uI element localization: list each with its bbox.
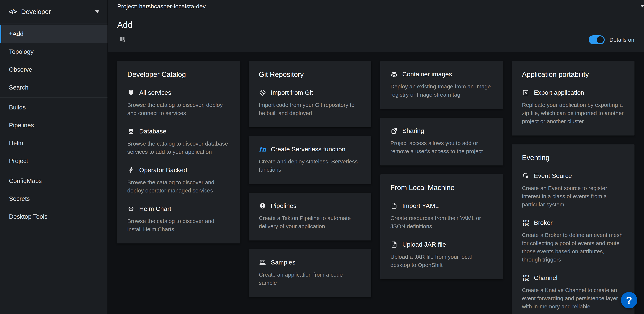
add-card: From Local MachineImport YAMLCreate reso…: [380, 174, 503, 279]
catalog-item[interactable]: Import from GitImport code from your Git…: [259, 89, 361, 117]
sidebar-item-search[interactable]: Search: [0, 78, 108, 96]
catalog-item[interactable]: Upload JAR fileUpload a JAR file from yo…: [390, 241, 493, 269]
catalog-item[interactable]: 10101101BrokerCreate a Broker to define …: [522, 219, 624, 264]
sidebar-item-builds[interactable]: Builds: [0, 98, 108, 116]
catalog-item-description: Import code from your Git repository to …: [259, 101, 361, 117]
catalog-item[interactable]: Export applicationReplicate your applica…: [522, 89, 624, 125]
add-card: PipelinesCreate a Tekton Pipeline to aut…: [249, 193, 372, 241]
catalog-item-label: All services: [139, 89, 171, 96]
quick-starts-link[interactable]: [117, 34, 634, 45]
catalog-item-description: Project access allows you to add or remo…: [390, 139, 493, 155]
catalog-item-header: Import YAML: [390, 202, 493, 210]
sidebar-item-secrets[interactable]: Secrets: [0, 190, 108, 208]
tekton-icon: [259, 202, 266, 210]
event-source-icon: [522, 172, 530, 180]
catalog-item-header: Upload JAR file: [390, 241, 493, 248]
catalog-item[interactable]: 10101101ChannelCreate a Knative Channel …: [522, 274, 624, 311]
catalog-item-header: Event Source: [522, 172, 624, 180]
add-page-content: Developer CatalogAll servicesBrowse the …: [108, 52, 644, 314]
catalog-item-header: Helm Chart: [127, 205, 230, 213]
help-button[interactable]: ?: [621, 292, 637, 309]
file-upload-icon: [390, 241, 398, 248]
add-card: fnCreate Serverless functionCreate and d…: [249, 136, 372, 184]
catalog-item-description: Create an Event source to register inter…: [522, 184, 624, 209]
catalog-item-header: Export application: [522, 89, 624, 96]
catalog-item[interactable]: Import YAMLCreate resources from their Y…: [390, 202, 493, 230]
catalog-item-header: Operator Backed: [127, 166, 230, 174]
catalog-item-header: All services: [127, 89, 230, 96]
catalog-item-label: Pipelines: [271, 202, 296, 209]
catalog-item-description: Deploy an existing Image from an Image r…: [390, 82, 493, 99]
catalog-item-label: Sharing: [402, 127, 424, 134]
catalog-item-label: Operator Backed: [139, 167, 187, 173]
export-icon: [522, 89, 530, 96]
catalog-item-header: Samples: [259, 259, 361, 266]
catalog-item[interactable]: Operator BackedBrowse the catalog to dis…: [127, 166, 230, 195]
catalog-item-description: Create a Knative Channel to create an ev…: [522, 286, 624, 311]
catalog-item-label: Upload JAR file: [402, 241, 446, 248]
perspective-label: Developer: [21, 8, 51, 15]
perspective-switcher[interactable]: </> Developer: [0, 0, 108, 23]
catalog-item-description: Create a Broker to define an event mesh …: [522, 231, 624, 264]
sidebar-item-topology[interactable]: Topology: [0, 43, 108, 61]
catalog-item[interactable]: Container imagesDeploy an existing Image…: [390, 70, 493, 99]
sidebar-item-pipelines[interactable]: Pipelines: [0, 116, 108, 134]
catalog-item-label: Import YAML: [402, 202, 439, 209]
catalog-item-label: Helm Chart: [139, 205, 171, 212]
binary-icon: 10101101: [522, 274, 530, 282]
helm-icon: [127, 205, 135, 213]
catalog-item-label: Database: [139, 128, 166, 135]
catalog-item[interactable]: Event SourceCreate an Event source to re…: [522, 172, 624, 209]
add-card: Developer CatalogAll servicesBrowse the …: [117, 61, 240, 244]
add-card: SharingProject access allows you to add …: [380, 118, 503, 165]
file-code-icon: [390, 202, 398, 210]
catalog-item[interactable]: Helm ChartBrowse the catalog to discover…: [127, 205, 230, 233]
sidebar-item-observe[interactable]: Observe: [0, 61, 108, 78]
catalog-item-label: Channel: [534, 274, 558, 281]
database-icon: [127, 128, 135, 135]
nav-section-divider: [0, 171, 108, 171]
add-card: SamplesCreate an application from a code…: [249, 249, 372, 297]
catalog-item[interactable]: fnCreate Serverless functionCreate and d…: [259, 146, 361, 174]
add-card: Application portabilityExport applicatio…: [512, 61, 634, 135]
catalog-item-header: Container images: [390, 70, 493, 78]
catalog-item[interactable]: All servicesBrowse the catalog to discov…: [127, 89, 230, 117]
card-column: Git RepositoryImport from GitImport code…: [249, 61, 372, 297]
samples-icon: [259, 259, 266, 266]
card-column: Application portabilityExport applicatio…: [512, 61, 634, 314]
catalog-item-description: Create resources from their YAML or JSON…: [390, 214, 493, 230]
catalog-item-label: Import from Git: [271, 89, 313, 96]
details-toggle-label: Details on: [610, 37, 634, 43]
catalog-item[interactable]: SamplesCreate an application from a code…: [259, 259, 361, 287]
sidebar-item-project[interactable]: Project: [0, 152, 108, 170]
catalog-item-description: Browse the catalog to discover and insta…: [127, 217, 230, 233]
page-header: Add Details on: [108, 13, 644, 52]
sidebar-nav: +AddTopologyObserveSearchBuildsPipelines…: [0, 23, 108, 226]
code-icon: </>: [8, 8, 16, 15]
add-card: EventingEvent SourceCreate an Event sour…: [512, 144, 634, 314]
catalog-item-description: Browse the catalog to discover, deploy a…: [127, 101, 230, 117]
add-card: Container imagesDeploy an existing Image…: [380, 61, 503, 109]
sidebar-item-helm[interactable]: Helm: [0, 134, 108, 152]
details-toggle-switch[interactable]: [589, 35, 605, 44]
git-icon: [259, 89, 266, 96]
sidebar-item--add[interactable]: +Add: [0, 25, 108, 43]
catalog-item-header: 10101101Broker: [522, 219, 624, 227]
svg-text:1101: 1101: [522, 223, 529, 226]
main-area: Project: harshcasper-localsta-dev Add De…: [108, 0, 644, 314]
catalog-item-description: Browse the catalog to discover and deplo…: [127, 178, 230, 195]
catalog-item[interactable]: SharingProject access allows you to add …: [390, 127, 493, 155]
catalog-item[interactable]: PipelinesCreate a Tekton Pipeline to aut…: [259, 202, 361, 230]
catalog-item-header: Sharing: [390, 127, 493, 135]
bolt-icon: [127, 166, 135, 174]
book-plus-icon: [117, 34, 128, 45]
chevron-down-icon: [641, 5, 644, 7]
project-selector[interactable]: Project: harshcasper-localsta-dev: [108, 0, 644, 13]
sidebar-item-configmaps[interactable]: ConfigMaps: [0, 172, 108, 190]
catalog-item[interactable]: DatabaseBrowse the catalog to discover d…: [127, 128, 230, 156]
card-title: Eventing: [522, 154, 624, 162]
svg-text:1010: 1010: [522, 275, 529, 278]
fn-icon: fn: [259, 146, 266, 153]
add-cards-grid: Developer CatalogAll servicesBrowse the …: [108, 52, 644, 314]
sidebar-item-desktop-tools[interactable]: Desktop Tools: [0, 208, 108, 226]
